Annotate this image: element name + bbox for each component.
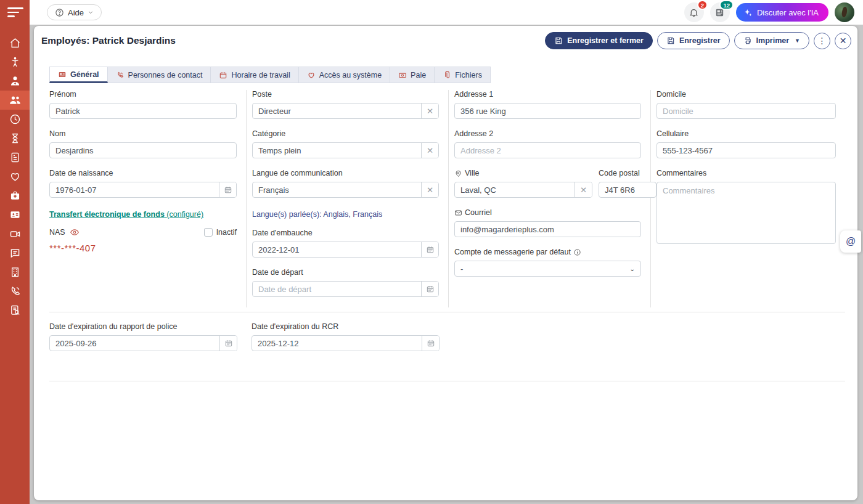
invoice-icon xyxy=(9,151,22,164)
help-button[interactable]: Aide xyxy=(47,4,102,20)
employee-detail-card: Employés: Patrick Desjardins Enregistrer… xyxy=(34,26,857,500)
user-avatar[interactable] xyxy=(835,2,854,22)
langues-parlees-link[interactable]: Langue(s) parlée(s): Anglais, Français xyxy=(252,210,382,219)
menu-hamburger-icon[interactable] xyxy=(0,0,30,25)
naissance-input[interactable] xyxy=(50,182,219,197)
poste-label: Poste xyxy=(252,90,439,99)
inactif-checkbox[interactable] xyxy=(204,228,213,237)
prenom-input[interactable] xyxy=(50,104,236,118)
notifications-button[interactable]: 2 xyxy=(684,2,704,22)
sidebar-item-cameras[interactable] xyxy=(0,224,30,243)
prenom-label: Prénom xyxy=(49,90,237,99)
adresse1-input[interactable] xyxy=(455,104,640,118)
nas-row: NAS Inactif xyxy=(49,227,237,237)
rapport-police-calendar-button[interactable] xyxy=(219,336,237,351)
poste-input[interactable] xyxy=(253,104,421,118)
id-card-icon xyxy=(58,70,67,79)
tab-files[interactable]: Fichiers xyxy=(435,67,491,83)
sidebar-item-health[interactable] xyxy=(0,167,30,186)
depart-calendar-button[interactable] xyxy=(421,282,438,296)
eye-icon[interactable] xyxy=(70,227,80,237)
sidebar-item-employees[interactable] xyxy=(0,91,30,110)
ville-label-row: Ville xyxy=(454,169,592,177)
ville-input[interactable] xyxy=(455,182,575,197)
poste-clear-button[interactable]: ✕ xyxy=(421,104,438,118)
tab-system-access-label: Accès au système xyxy=(319,71,382,79)
depart-input[interactable] xyxy=(253,282,421,296)
sidebar-item-calls[interactable] xyxy=(0,282,30,301)
sidebar-item-idcards[interactable] xyxy=(0,205,30,224)
commentaires-label: Commentaires xyxy=(656,169,836,177)
tab-contacts[interactable]: Personnes de contact xyxy=(108,67,211,83)
phone-contact-icon xyxy=(116,71,125,79)
rapport-police-label: Date d'expiration du rapport de police xyxy=(49,322,237,331)
print-caret-icon: ▼ xyxy=(795,38,800,44)
sidebar-item-medical[interactable] xyxy=(0,186,30,205)
child-icon xyxy=(9,55,22,68)
heart-icon xyxy=(307,71,316,79)
calendar-icon xyxy=(224,339,233,348)
sidebar-item-waitlist[interactable] xyxy=(0,129,30,148)
agenda-button[interactable]: 12 xyxy=(710,2,730,22)
tab-schedule[interactable]: Horaire de travail xyxy=(211,67,298,83)
code-postal-input[interactable] xyxy=(599,182,656,197)
sidebar-item-children[interactable] xyxy=(0,52,30,71)
sidebar-item-time[interactable] xyxy=(0,110,30,129)
commentaires-textarea[interactable] xyxy=(656,182,836,244)
naissance-calendar-button[interactable] xyxy=(219,182,236,197)
langue-comm-label: Langue de communication xyxy=(252,169,439,177)
langue-comm-input[interactable] xyxy=(253,182,421,197)
tab-payroll[interactable]: Paie xyxy=(390,67,435,83)
courriel-label: Courriel xyxy=(465,208,492,217)
page-title: Employés: Patrick Desjardins xyxy=(41,35,176,46)
staff-person-icon xyxy=(9,75,22,87)
sidebar-item-facility[interactable] xyxy=(0,262,30,282)
sidebar-item-reports[interactable] xyxy=(0,301,30,320)
print-button[interactable]: Imprimer ▼ xyxy=(734,32,809,49)
chat-bubble-icon xyxy=(9,246,22,259)
tab-system-access[interactable]: Accès au système xyxy=(299,67,390,83)
inactif-label: Inactif xyxy=(216,228,237,237)
embauche-input[interactable] xyxy=(253,242,421,257)
tab-general[interactable]: Général xyxy=(49,67,108,83)
rcr-input[interactable] xyxy=(252,336,422,351)
sidebar-item-messages[interactable] xyxy=(0,243,30,262)
save-icon xyxy=(666,36,675,45)
courriel-input[interactable] xyxy=(455,222,640,237)
cellulaire-input[interactable] xyxy=(657,143,835,158)
cellulaire-label: Cellulaire xyxy=(656,129,836,138)
heart-icon xyxy=(9,170,22,183)
at-symbol: @ xyxy=(846,236,856,247)
categorie-clear-button[interactable]: ✕ xyxy=(421,143,438,158)
compte-messagerie-label-row: Compte de messagerie par défaut xyxy=(454,248,641,256)
help-icon xyxy=(55,8,64,17)
tab-files-label: Fichiers xyxy=(455,71,482,79)
close-button[interactable]: ✕ xyxy=(835,33,851,49)
ville-clear-button[interactable]: ✕ xyxy=(575,182,592,197)
mention-at-button[interactable]: @ xyxy=(840,230,861,253)
save-and-close-label: Enregistrer et fermer xyxy=(567,36,644,45)
langue-comm-clear-button[interactable]: ✕ xyxy=(421,182,438,197)
save-and-close-button[interactable]: Enregistrer et fermer xyxy=(545,32,653,49)
rcr-calendar-button[interactable] xyxy=(422,336,439,351)
compte-messagerie-select[interactable]: - ⌄ xyxy=(454,261,641,277)
more-options-button[interactable]: ⋮ xyxy=(814,33,830,49)
calendar-icon xyxy=(427,339,435,348)
sidebar-item-staff[interactable] xyxy=(0,71,30,91)
chat-ai-button[interactable]: Discuter avec l'IA xyxy=(736,3,828,22)
embauche-calendar-button[interactable] xyxy=(421,242,438,257)
clock-icon xyxy=(9,113,22,126)
employee-form: Prénom Nom Date de naissance Transfert é… xyxy=(49,90,845,307)
eft-link[interactable]: Transfert électronique de fonds (configu… xyxy=(49,210,203,219)
domicile-input[interactable] xyxy=(657,104,835,118)
categorie-input[interactable] xyxy=(253,143,421,158)
ville-label: Ville xyxy=(465,169,479,177)
adresse2-input[interactable] xyxy=(455,143,640,158)
rapport-police-input[interactable] xyxy=(50,336,219,351)
nas-label: NAS xyxy=(49,228,65,237)
eft-link-main: Transfert électronique de fonds xyxy=(49,210,165,219)
nom-input[interactable] xyxy=(50,143,236,158)
sidebar-item-invoices[interactable] xyxy=(0,148,30,167)
sidebar-item-home[interactable] xyxy=(0,33,30,52)
save-button[interactable]: Enregistrer xyxy=(657,32,730,49)
